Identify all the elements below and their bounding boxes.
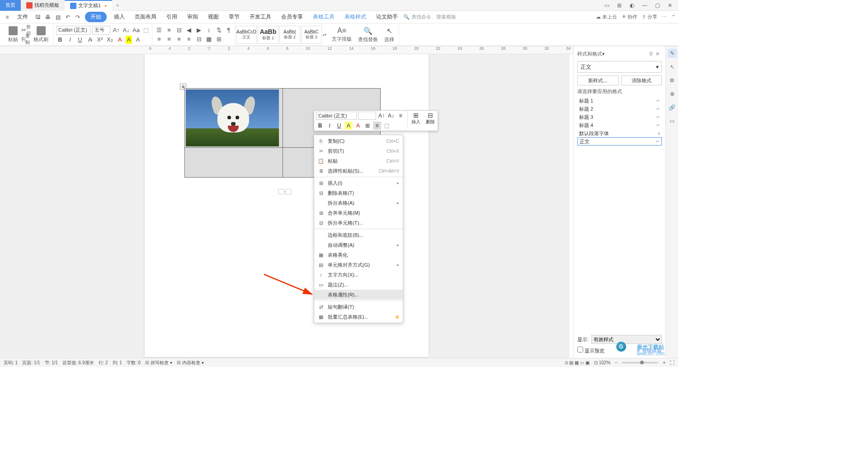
menu-member[interactable]: 会员专享 [277,12,307,22]
side-shield-icon[interactable]: ⊕ [668,89,677,99]
bullets-icon[interactable]: ☰ [155,26,163,34]
zoom-value[interactable]: ⊡ 102% [594,360,611,365]
status-page[interactable]: 页面: 1/1 [22,360,40,366]
status-section[interactable]: 节: 1/1 [45,360,58,366]
current-style-dropdown[interactable]: 正文▾ [577,61,662,73]
style-item-h3[interactable]: 标题 3↵ [577,113,662,121]
show-marks-icon[interactable]: ¶ [225,26,233,34]
strike-button[interactable]: A̶ [86,36,94,44]
cm-borders[interactable]: 边框和底纹(B)... [314,230,403,240]
panel-close-icon[interactable]: ✕ [656,51,662,57]
menu-table-tools[interactable]: 表格工具 [308,12,339,22]
char-shading-icon[interactable]: A [134,36,142,44]
cm-delete-table[interactable]: ⊟删除表格(T) [314,188,403,198]
menu-layout[interactable]: 页面布局 [130,12,161,22]
align-justify-icon[interactable]: ≡ [185,35,193,43]
align-left-icon[interactable]: ≡ [155,35,163,43]
menu-chapter[interactable]: 章节 [224,12,244,22]
mini-align[interactable]: ≡ [373,122,381,130]
multilevel-icon[interactable]: ⊟ [175,26,183,34]
style-h2[interactable]: AaBb(标题 2 [279,26,300,44]
borders-icon[interactable]: ⊞ [215,35,223,43]
mini-italic[interactable]: I [326,122,334,130]
minimize-icon[interactable]: — [640,1,649,10]
decrease-indent-icon[interactable]: ◀ [185,26,193,34]
mini-underline[interactable]: U [335,122,343,130]
shading-icon[interactable]: ▦ [205,35,213,43]
menu-insert[interactable]: 插入 [109,12,129,22]
decrease-font-icon[interactable]: A↓ [122,26,130,34]
paste-button[interactable]: 粘贴 [5,25,21,44]
more-icon[interactable]: ⋯ [662,14,667,20]
table-cell[interactable] [185,148,283,178]
style-item-h1[interactable]: 标题 1↵ [577,97,662,105]
pin-icon[interactable]: ⚲ [649,51,656,57]
show-select[interactable]: 有效样式 [591,335,662,344]
align-right-icon[interactable]: ≡ [175,35,183,43]
preview-icon[interactable]: ▤ [53,13,62,22]
view-mode-icons[interactable]: ⊙ ▤ ▦ ▭ ▣ [565,360,590,365]
share-btn[interactable]: ⇪ 分享 [642,14,657,20]
fullscreen-icon[interactable]: ⛶ [670,360,675,365]
tab-templates[interactable]: 找稻壳模板 [21,0,65,11]
new-style-button[interactable]: 新样式... [577,75,618,85]
status-spell[interactable]: ☒ 拼写检查 ▾ [145,360,172,366]
save-icon[interactable]: 🖫 [33,13,42,22]
preview-checkbox[interactable]: 显示预览 [577,347,604,354]
mini-border[interactable]: ⊞ [363,122,372,130]
increase-font-icon[interactable]: A↑ [112,26,120,34]
style-item-default-font[interactable]: 默认段落字体a [577,129,662,137]
clear-format-button[interactable]: 清除格式 [621,75,662,85]
menu-review[interactable]: 审阅 [183,12,203,22]
layout-icon[interactable]: ▭ [602,1,611,10]
collaborate-btn[interactable]: ⚘ 协作 [622,14,637,20]
side-link-icon[interactable]: 🔗 [668,103,677,112]
cm-split-cells[interactable]: ⊟拆分单元格(T)... [314,218,403,228]
search-box[interactable]: 🔍 查找命令、搜索模板 [403,14,456,20]
select-button[interactable]: ↖选择 [382,26,397,44]
cm-translate[interactable]: ⇄短句翻译(T) [314,302,403,312]
format-painter-button[interactable]: 格式刷 [31,25,51,44]
mini-merge[interactable]: ⬚ [382,122,391,130]
copy-button[interactable]: ⎘ 复制 [22,35,30,43]
zoom-slider[interactable] [622,362,658,363]
style-item-h4[interactable]: 标题 4↵ [577,121,662,129]
mini-insert-button[interactable]: ⊞插入 [409,111,423,131]
menu-dev[interactable]: 开发工具 [245,12,276,22]
numbering-icon[interactable]: ≡ [165,26,173,34]
apps-icon[interactable]: ⊞ [615,1,624,10]
clear-format-icon[interactable]: Aa [132,26,140,34]
cm-auto-adjust[interactable]: 自动调整(A)▸ [314,240,403,250]
tab-add[interactable]: + [112,2,123,9]
mini-fontcolor[interactable]: A [354,122,362,130]
status-words[interactable]: 字数: 0 [127,360,141,366]
cm-insert[interactable]: ⊞插入(I)▸ [314,178,403,188]
menu-icon[interactable]: ≡ [3,13,12,22]
redo-icon[interactable]: ↷ [73,13,82,22]
cm-batch-tables[interactable]: ▦批量汇总表格(E)...⊕ [314,312,403,322]
increase-indent-icon[interactable]: ▶ [195,26,203,34]
style-h3[interactable]: AaBbC标题 3 [301,26,322,44]
font-size-select[interactable]: 五号 [92,26,110,35]
cm-caption[interactable]: ▭题注(Z)... [314,280,403,290]
cm-beautify[interactable]: ▦表格美化 [314,250,403,260]
style-body[interactable]: AaBbCcD正文 [236,26,257,44]
highlight-button[interactable]: A [126,36,132,44]
cm-paste[interactable]: 📋粘贴Ctrl+V [314,156,403,166]
line-spacing-icon[interactable]: ↕ [205,26,213,34]
cm-cell-align[interactable]: ▤单元格对齐方式(G)▸ [314,260,403,270]
mini-font-select[interactable]: Calibri (正文) [316,112,357,120]
align-center-icon[interactable]: ≡ [165,35,173,43]
menu-view[interactable]: 视图 [203,12,223,22]
status-page-no[interactable]: 页码: 1 [4,360,18,366]
cm-paste-special[interactable]: ≣选择性粘贴(S)...Ctrl+Alt+V [314,166,403,176]
mini-bold[interactable]: B [316,122,324,130]
undo-icon[interactable]: ↶ [63,13,72,22]
sort-icon[interactable]: ⇅ [215,26,223,34]
style-h1[interactable]: AaBb标题 1 [258,26,278,44]
table-add-row[interactable]: + [278,189,292,194]
italic-button[interactable]: I [66,36,74,44]
side-settings-icon[interactable]: ⚙ [668,76,677,85]
document-area[interactable]: ✥ + [0,54,570,358]
cm-merge-cells[interactable]: ⊞合并单元格(M) [314,208,403,218]
